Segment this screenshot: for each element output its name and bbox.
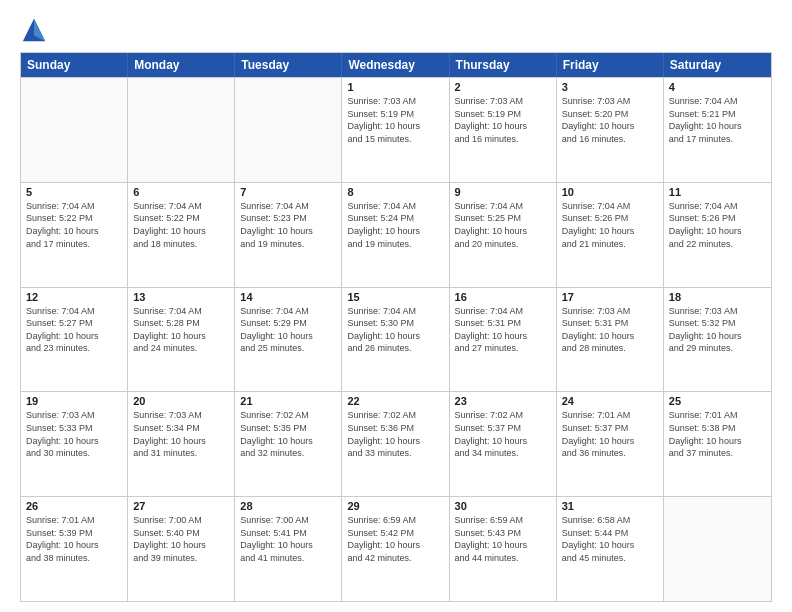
cell-info-line: and 16 minutes.	[562, 133, 658, 146]
day-number: 30	[455, 500, 551, 512]
cell-info-line: Sunrise: 7:03 AM	[669, 305, 766, 318]
cell-info-line: Sunrise: 7:02 AM	[240, 409, 336, 422]
cell-info-line: Daylight: 10 hours	[455, 225, 551, 238]
cell-info-line: Sunrise: 7:03 AM	[26, 409, 122, 422]
calendar-week-5: 26Sunrise: 7:01 AMSunset: 5:39 PMDayligh…	[21, 496, 771, 601]
day-header-saturday: Saturday	[664, 53, 771, 77]
cell-info-line: Sunset: 5:19 PM	[347, 108, 443, 121]
cell-info-line: Daylight: 10 hours	[562, 120, 658, 133]
cell-info-line: Daylight: 10 hours	[26, 330, 122, 343]
cell-info-line: Daylight: 10 hours	[347, 435, 443, 448]
day-number: 26	[26, 500, 122, 512]
cell-info-line: Sunset: 5:27 PM	[26, 317, 122, 330]
cell-info-line: Daylight: 10 hours	[240, 330, 336, 343]
day-number: 18	[669, 291, 766, 303]
cell-info-line: and 22 minutes.	[669, 238, 766, 251]
cell-info-line: Daylight: 10 hours	[26, 435, 122, 448]
calendar: SundayMondayTuesdayWednesdayThursdayFrid…	[20, 52, 772, 602]
cell-info-line: Daylight: 10 hours	[669, 120, 766, 133]
calendar-body: 1Sunrise: 7:03 AMSunset: 5:19 PMDaylight…	[21, 77, 771, 601]
empty-cell	[21, 78, 128, 182]
cell-info-line: Sunset: 5:37 PM	[562, 422, 658, 435]
cell-info-line: Sunset: 5:25 PM	[455, 212, 551, 225]
day-cell-31: 31Sunrise: 6:58 AMSunset: 5:44 PMDayligh…	[557, 497, 664, 601]
day-number: 10	[562, 186, 658, 198]
cell-info-line: Sunset: 5:26 PM	[669, 212, 766, 225]
cell-info-line: Daylight: 10 hours	[669, 435, 766, 448]
day-number: 7	[240, 186, 336, 198]
day-cell-23: 23Sunrise: 7:02 AMSunset: 5:37 PMDayligh…	[450, 392, 557, 496]
cell-info-line: Sunrise: 7:04 AM	[240, 200, 336, 213]
cell-info-line: and 37 minutes.	[669, 447, 766, 460]
day-number: 12	[26, 291, 122, 303]
day-header-wednesday: Wednesday	[342, 53, 449, 77]
cell-info-line: Sunrise: 7:04 AM	[26, 305, 122, 318]
day-cell-29: 29Sunrise: 6:59 AMSunset: 5:42 PMDayligh…	[342, 497, 449, 601]
day-cell-9: 9Sunrise: 7:04 AMSunset: 5:25 PMDaylight…	[450, 183, 557, 287]
calendar-header-row: SundayMondayTuesdayWednesdayThursdayFrid…	[21, 53, 771, 77]
cell-info-line: Sunrise: 7:02 AM	[455, 409, 551, 422]
page: SundayMondayTuesdayWednesdayThursdayFrid…	[0, 0, 792, 612]
logo-icon	[20, 16, 48, 44]
day-cell-30: 30Sunrise: 6:59 AMSunset: 5:43 PMDayligh…	[450, 497, 557, 601]
day-number: 13	[133, 291, 229, 303]
cell-info-line: and 19 minutes.	[347, 238, 443, 251]
day-cell-24: 24Sunrise: 7:01 AMSunset: 5:37 PMDayligh…	[557, 392, 664, 496]
day-cell-10: 10Sunrise: 7:04 AMSunset: 5:26 PMDayligh…	[557, 183, 664, 287]
day-header-thursday: Thursday	[450, 53, 557, 77]
day-number: 4	[669, 81, 766, 93]
cell-info-line: and 28 minutes.	[562, 342, 658, 355]
cell-info-line: and 32 minutes.	[240, 447, 336, 460]
day-cell-17: 17Sunrise: 7:03 AMSunset: 5:31 PMDayligh…	[557, 288, 664, 392]
day-cell-6: 6Sunrise: 7:04 AMSunset: 5:22 PMDaylight…	[128, 183, 235, 287]
cell-info-line: Daylight: 10 hours	[347, 225, 443, 238]
cell-info-line: Sunset: 5:22 PM	[133, 212, 229, 225]
day-number: 25	[669, 395, 766, 407]
cell-info-line: Daylight: 10 hours	[133, 539, 229, 552]
day-number: 1	[347, 81, 443, 93]
empty-cell	[235, 78, 342, 182]
cell-info-line: Sunrise: 7:01 AM	[669, 409, 766, 422]
cell-info-line: Sunrise: 6:58 AM	[562, 514, 658, 527]
day-number: 5	[26, 186, 122, 198]
cell-info-line: Sunset: 5:31 PM	[455, 317, 551, 330]
cell-info-line: and 21 minutes.	[562, 238, 658, 251]
cell-info-line: and 31 minutes.	[133, 447, 229, 460]
day-number: 14	[240, 291, 336, 303]
cell-info-line: Sunrise: 7:04 AM	[455, 200, 551, 213]
cell-info-line: and 20 minutes.	[455, 238, 551, 251]
cell-info-line: and 16 minutes.	[455, 133, 551, 146]
day-header-monday: Monday	[128, 53, 235, 77]
cell-info-line: Sunset: 5:36 PM	[347, 422, 443, 435]
cell-info-line: Daylight: 10 hours	[133, 435, 229, 448]
cell-info-line: Daylight: 10 hours	[562, 330, 658, 343]
cell-info-line: Sunset: 5:28 PM	[133, 317, 229, 330]
empty-cell	[128, 78, 235, 182]
cell-info-line: Sunrise: 7:04 AM	[133, 200, 229, 213]
cell-info-line: and 29 minutes.	[669, 342, 766, 355]
cell-info-line: Sunrise: 7:04 AM	[133, 305, 229, 318]
cell-info-line: Sunrise: 7:04 AM	[26, 200, 122, 213]
day-cell-26: 26Sunrise: 7:01 AMSunset: 5:39 PMDayligh…	[21, 497, 128, 601]
cell-info-line: Sunset: 5:39 PM	[26, 527, 122, 540]
cell-info-line: Sunset: 5:44 PM	[562, 527, 658, 540]
day-number: 2	[455, 81, 551, 93]
cell-info-line: Sunrise: 7:04 AM	[669, 95, 766, 108]
cell-info-line: Daylight: 10 hours	[26, 225, 122, 238]
cell-info-line: and 39 minutes.	[133, 552, 229, 565]
day-cell-5: 5Sunrise: 7:04 AMSunset: 5:22 PMDaylight…	[21, 183, 128, 287]
cell-info-line: Sunrise: 7:03 AM	[133, 409, 229, 422]
day-number: 9	[455, 186, 551, 198]
cell-info-line: and 23 minutes.	[26, 342, 122, 355]
cell-info-line: Daylight: 10 hours	[347, 330, 443, 343]
cell-info-line: Daylight: 10 hours	[669, 330, 766, 343]
cell-info-line: Sunset: 5:19 PM	[455, 108, 551, 121]
cell-info-line: Sunset: 5:42 PM	[347, 527, 443, 540]
day-cell-13: 13Sunrise: 7:04 AMSunset: 5:28 PMDayligh…	[128, 288, 235, 392]
day-number: 31	[562, 500, 658, 512]
day-number: 3	[562, 81, 658, 93]
cell-info-line: Sunset: 5:22 PM	[26, 212, 122, 225]
day-cell-25: 25Sunrise: 7:01 AMSunset: 5:38 PMDayligh…	[664, 392, 771, 496]
cell-info-line: and 24 minutes.	[133, 342, 229, 355]
cell-info-line: and 44 minutes.	[455, 552, 551, 565]
